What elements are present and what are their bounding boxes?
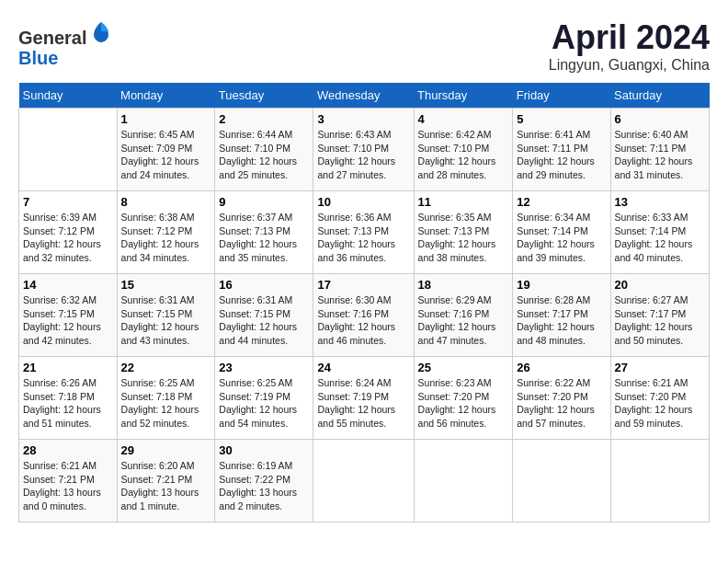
- calendar-cell: 9Sunrise: 6:37 AMSunset: 7:13 PMDaylight…: [215, 191, 313, 274]
- calendar-cell: 16Sunrise: 6:31 AMSunset: 7:15 PMDayligh…: [215, 274, 313, 357]
- day-number: 4: [418, 112, 509, 126]
- day-number: 28: [23, 443, 113, 457]
- day-number: 21: [23, 361, 113, 374]
- calendar-cell: 24Sunrise: 6:24 AMSunset: 7:19 PMDayligh…: [313, 357, 414, 440]
- calendar-cell: 12Sunrise: 6:34 AMSunset: 7:14 PMDayligh…: [513, 191, 610, 274]
- day-info: Sunrise: 6:25 AMSunset: 7:19 PMDaylight:…: [219, 376, 309, 431]
- day-number: 13: [615, 195, 705, 209]
- calendar-cell: 4Sunrise: 6:42 AMSunset: 7:10 PMDaylight…: [414, 109, 513, 191]
- header-wednesday: Wednesday: [313, 83, 414, 109]
- week-row-2: 14Sunrise: 6:32 AMSunset: 7:15 PMDayligh…: [19, 274, 710, 357]
- day-number: 7: [23, 195, 113, 209]
- calendar-cell: 1Sunrise: 6:45 AMSunset: 7:09 PMDaylight…: [117, 109, 215, 191]
- day-info: Sunrise: 6:33 AMSunset: 7:14 PMDaylight:…: [615, 211, 705, 265]
- day-info: Sunrise: 6:37 AMSunset: 7:13 PMDaylight:…: [219, 211, 309, 265]
- title-block: April 2024 Lingyun, Guangxi, China: [549, 18, 710, 74]
- calendar-cell: 10Sunrise: 6:36 AMSunset: 7:13 PMDayligh…: [313, 191, 414, 274]
- day-info: Sunrise: 6:20 AMSunset: 7:21 PMDaylight:…: [121, 459, 211, 513]
- day-info: Sunrise: 6:45 AMSunset: 7:09 PMDaylight:…: [121, 128, 211, 182]
- calendar-cell: 23Sunrise: 6:25 AMSunset: 7:19 PMDayligh…: [215, 357, 313, 440]
- logo-blue: Blue: [18, 48, 58, 68]
- calendar-cell: [513, 440, 610, 523]
- day-info: Sunrise: 6:38 AMSunset: 7:12 PMDaylight:…: [121, 211, 211, 265]
- calendar-cell: [610, 440, 709, 523]
- calendar-cell: 7Sunrise: 6:39 AMSunset: 7:12 PMDaylight…: [19, 191, 118, 274]
- calendar-cell: 22Sunrise: 6:25 AMSunset: 7:18 PMDayligh…: [117, 357, 215, 440]
- logo-icon: [88, 18, 114, 44]
- header-saturday: Saturday: [610, 83, 709, 109]
- day-number: 2: [219, 112, 309, 126]
- calendar-cell: 17Sunrise: 6:30 AMSunset: 7:16 PMDayligh…: [313, 274, 414, 357]
- logo-general: General: [18, 28, 86, 48]
- day-number: 3: [317, 112, 409, 126]
- calendar-cell: 6Sunrise: 6:40 AMSunset: 7:11 PMDaylight…: [610, 109, 709, 191]
- day-info: Sunrise: 6:43 AMSunset: 7:10 PMDaylight:…: [317, 128, 409, 182]
- logo-blue-text: Blue: [18, 48, 114, 68]
- day-info: Sunrise: 6:30 AMSunset: 7:16 PMDaylight:…: [317, 293, 409, 348]
- day-info: Sunrise: 6:35 AMSunset: 7:13 PMDaylight:…: [418, 211, 509, 265]
- calendar-table: SundayMondayTuesdayWednesdayThursdayFrid…: [18, 83, 710, 523]
- calendar-cell: 28Sunrise: 6:21 AMSunset: 7:21 PMDayligh…: [19, 440, 118, 523]
- day-info: Sunrise: 6:34 AMSunset: 7:14 PMDaylight:…: [517, 211, 606, 265]
- day-number: 1: [121, 112, 211, 126]
- day-info: Sunrise: 6:42 AMSunset: 7:10 PMDaylight:…: [418, 128, 509, 182]
- day-number: 29: [121, 443, 211, 457]
- calendar-cell: 19Sunrise: 6:28 AMSunset: 7:17 PMDayligh…: [513, 274, 610, 357]
- day-info: Sunrise: 6:44 AMSunset: 7:10 PMDaylight:…: [219, 128, 309, 182]
- calendar-cell: [313, 440, 414, 523]
- day-info: Sunrise: 6:28 AMSunset: 7:17 PMDaylight:…: [517, 293, 606, 348]
- calendar-cell: [414, 440, 513, 523]
- day-number: 23: [219, 361, 309, 374]
- calendar-cell: 11Sunrise: 6:35 AMSunset: 7:13 PMDayligh…: [414, 191, 513, 274]
- week-row-4: 28Sunrise: 6:21 AMSunset: 7:21 PMDayligh…: [19, 440, 710, 523]
- day-number: 24: [317, 361, 409, 374]
- logo-text: General: [18, 18, 114, 48]
- day-number: 10: [317, 195, 409, 209]
- day-info: Sunrise: 6:26 AMSunset: 7:18 PMDaylight:…: [23, 376, 113, 431]
- day-info: Sunrise: 6:40 AMSunset: 7:11 PMDaylight:…: [615, 128, 705, 182]
- week-row-1: 7Sunrise: 6:39 AMSunset: 7:12 PMDaylight…: [19, 191, 710, 274]
- page-header: General Blue April 2024 Lingyun, Guangxi…: [18, 18, 710, 74]
- calendar-cell: [19, 109, 118, 191]
- week-row-0: 1Sunrise: 6:45 AMSunset: 7:09 PMDaylight…: [19, 109, 710, 191]
- calendar-cell: 30Sunrise: 6:19 AMSunset: 7:22 PMDayligh…: [215, 440, 313, 523]
- day-number: 11: [418, 195, 509, 209]
- calendar-cell: 20Sunrise: 6:27 AMSunset: 7:17 PMDayligh…: [610, 274, 709, 357]
- day-number: 14: [23, 278, 113, 292]
- day-number: 5: [517, 112, 606, 126]
- header-tuesday: Tuesday: [215, 83, 313, 109]
- logo: General Blue: [18, 18, 114, 68]
- calendar-cell: 18Sunrise: 6:29 AMSunset: 7:16 PMDayligh…: [414, 274, 513, 357]
- day-info: Sunrise: 6:21 AMSunset: 7:20 PMDaylight:…: [615, 376, 705, 431]
- day-number: 17: [317, 278, 409, 292]
- calendar-cell: 2Sunrise: 6:44 AMSunset: 7:10 PMDaylight…: [215, 109, 313, 191]
- day-number: 12: [517, 195, 606, 209]
- day-info: Sunrise: 6:29 AMSunset: 7:16 PMDaylight:…: [418, 293, 509, 348]
- calendar-cell: 27Sunrise: 6:21 AMSunset: 7:20 PMDayligh…: [610, 357, 709, 440]
- calendar-cell: 8Sunrise: 6:38 AMSunset: 7:12 PMDaylight…: [117, 191, 215, 274]
- calendar-cell: 29Sunrise: 6:20 AMSunset: 7:21 PMDayligh…: [117, 440, 215, 523]
- calendar-cell: 3Sunrise: 6:43 AMSunset: 7:10 PMDaylight…: [313, 109, 414, 191]
- day-info: Sunrise: 6:25 AMSunset: 7:18 PMDaylight:…: [121, 376, 211, 431]
- day-info: Sunrise: 6:39 AMSunset: 7:12 PMDaylight:…: [23, 211, 113, 265]
- day-number: 26: [517, 361, 606, 374]
- header-sunday: Sunday: [19, 83, 118, 109]
- day-number: 19: [517, 278, 606, 292]
- day-number: 20: [615, 278, 705, 292]
- day-info: Sunrise: 6:27 AMSunset: 7:17 PMDaylight:…: [615, 293, 705, 348]
- day-number: 16: [219, 278, 309, 292]
- day-info: Sunrise: 6:32 AMSunset: 7:15 PMDaylight:…: [23, 293, 113, 348]
- day-number: 6: [615, 112, 705, 126]
- month-title: April 2024: [549, 18, 710, 57]
- calendar-cell: 21Sunrise: 6:26 AMSunset: 7:18 PMDayligh…: [19, 357, 118, 440]
- day-info: Sunrise: 6:19 AMSunset: 7:22 PMDaylight:…: [219, 459, 309, 513]
- day-info: Sunrise: 6:36 AMSunset: 7:13 PMDaylight:…: [317, 211, 409, 265]
- day-number: 15: [121, 278, 211, 292]
- calendar-cell: 25Sunrise: 6:23 AMSunset: 7:20 PMDayligh…: [414, 357, 513, 440]
- day-number: 27: [615, 361, 705, 374]
- day-info: Sunrise: 6:21 AMSunset: 7:21 PMDaylight:…: [23, 459, 113, 513]
- header-monday: Monday: [117, 83, 215, 109]
- day-number: 8: [121, 195, 211, 209]
- calendar-cell: 15Sunrise: 6:31 AMSunset: 7:15 PMDayligh…: [117, 274, 215, 357]
- calendar-cell: 5Sunrise: 6:41 AMSunset: 7:11 PMDaylight…: [513, 109, 610, 191]
